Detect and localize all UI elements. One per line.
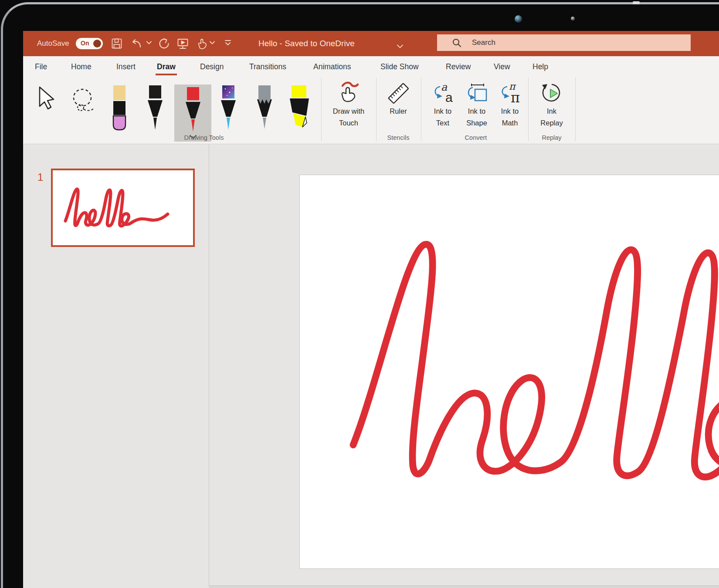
tab-slide-show[interactable]: Slide Show	[380, 56, 419, 78]
camera-indicator-icon	[571, 17, 575, 20]
ink-to-text-icon: a a	[431, 81, 455, 105]
device-edge-notch	[633, 1, 640, 4]
draw-with-touch-icon	[336, 81, 361, 105]
ink-to-math-label2: Math	[494, 117, 526, 129]
draw-ribbon: Draw with Touch Ruler	[23, 78, 719, 144]
undo-icon[interactable]	[130, 38, 142, 49]
ribbon-group-divider	[376, 78, 376, 141]
ribbon-group-divider	[528, 78, 529, 141]
eraser-tool[interactable]	[112, 84, 127, 134]
redo-icon[interactable]	[158, 38, 169, 49]
draw-with-touch-label: Draw with	[325, 105, 373, 117]
powerpoint-window: AutoSave On	[23, 31, 719, 588]
group-label-convert: Convert	[450, 134, 502, 141]
tab-review[interactable]: Review	[446, 56, 471, 78]
autosave-state-label: On	[81, 40, 89, 47]
draw-with-touch-label2: Touch	[325, 117, 373, 129]
status-bar-edge	[209, 585, 719, 588]
pencil-icon	[256, 84, 273, 132]
ruler-icon	[386, 81, 411, 105]
select-cursor-tool[interactable]	[36, 86, 60, 116]
ink-to-shape-button[interactable]: Ink to Shape	[461, 80, 493, 129]
ink-to-math-label: Ink to	[494, 105, 526, 117]
highlighter-tool[interactable]	[288, 84, 311, 134]
pen-black-icon	[147, 84, 163, 132]
search-box[interactable]	[437, 34, 691, 51]
pen-galaxy-icon	[220, 84, 237, 132]
ink-replay-label2: Replay	[532, 117, 571, 129]
camera-icon	[515, 15, 522, 23]
undo-dropdown-chevron-icon[interactable]	[146, 41, 158, 52]
autosave-label: AutoSave	[37, 31, 69, 56]
ribbon-tabs: File Home Insert Draw Design Transitions…	[23, 56, 719, 78]
tab-transitions[interactable]: Transitions	[249, 56, 286, 78]
slide-number: 1	[37, 171, 43, 183]
ribbon-group-divider	[321, 78, 322, 141]
ribbon-group-divider	[421, 78, 421, 141]
group-label-drawing-tools: Drawing Tools	[169, 134, 239, 141]
workspace: 1	[23, 144, 719, 588]
slide-canvas[interactable]	[299, 175, 719, 569]
tab-home[interactable]: Home	[71, 56, 92, 78]
pencil-tool[interactable]	[256, 84, 273, 134]
pen-red-icon	[185, 86, 201, 133]
ink-replay-icon	[539, 81, 564, 105]
touch-dropdown-chevron-icon[interactable]	[210, 41, 221, 52]
ink-to-shape-label2: Shape	[461, 117, 493, 129]
present-slideshow-icon[interactable]	[177, 38, 188, 49]
ink-to-shape-icon	[465, 81, 489, 105]
tab-animations[interactable]: Animations	[313, 56, 351, 78]
ink-to-text-button[interactable]: a a Ink to Text	[427, 80, 459, 129]
ruler-label: Ruler	[379, 105, 418, 117]
group-label-replay: Replay	[526, 134, 578, 141]
ink-to-math-icon: π π	[498, 81, 522, 105]
search-icon	[452, 38, 461, 47]
pen-red-tool-selected[interactable]	[174, 84, 211, 142]
lasso-icon	[71, 88, 97, 113]
customize-quick-access-toolbar-icon[interactable]	[224, 39, 235, 51]
ink-to-text-label: Ink to	[427, 105, 459, 117]
ink-to-text-label2: Text	[427, 117, 459, 129]
highlighter-icon	[288, 84, 311, 132]
autosave-toggle[interactable]: On	[76, 38, 103, 49]
autosave-toggle-knob	[93, 40, 101, 47]
ink-replay-button[interactable]: Ink Replay	[532, 80, 571, 129]
document-title: Hello - Saved to OneDrive	[258, 31, 355, 56]
ribbon-group-divider	[575, 78, 576, 141]
pen-galaxy-tool[interactable]	[220, 84, 237, 134]
group-label-stencils: Stencils	[372, 134, 424, 141]
ink-replay-label: Ink	[532, 105, 571, 117]
ink-to-math-button[interactable]: π π Ink to Math	[494, 80, 526, 129]
ink-to-shape-label: Ink to	[461, 105, 493, 117]
slide-thumbnail-1[interactable]	[51, 169, 195, 247]
draw-touch-quickaccess-icon[interactable]	[196, 38, 207, 49]
thumbnail-panel-divider[interactable]	[209, 144, 209, 585]
slide-thumbnail-ink	[63, 182, 184, 236]
tab-help[interactable]: Help	[532, 56, 548, 78]
cursor-icon	[40, 87, 54, 109]
tab-design[interactable]: Design	[200, 56, 224, 78]
title-dropdown-chevron-icon[interactable]	[397, 42, 403, 50]
svg-text:a: a	[445, 90, 453, 105]
pen-black-tool[interactable]	[147, 84, 163, 134]
tab-draw[interactable]: Draw	[157, 56, 176, 78]
draw-with-touch-button[interactable]: Draw with Touch	[325, 80, 373, 129]
search-input[interactable]	[471, 38, 663, 47]
tab-file[interactable]: File	[35, 56, 47, 78]
svg-text:π: π	[511, 89, 520, 105]
title-bar: AutoSave On	[23, 31, 719, 56]
lasso-select-tool[interactable]	[71, 88, 97, 115]
ruler-button[interactable]: Ruler	[379, 80, 418, 117]
slide-ink-drawing	[336, 203, 719, 538]
eraser-icon	[112, 84, 127, 132]
tab-insert[interactable]: Insert	[116, 56, 136, 78]
save-icon[interactable]	[111, 38, 122, 49]
tab-view[interactable]: View	[494, 56, 510, 78]
